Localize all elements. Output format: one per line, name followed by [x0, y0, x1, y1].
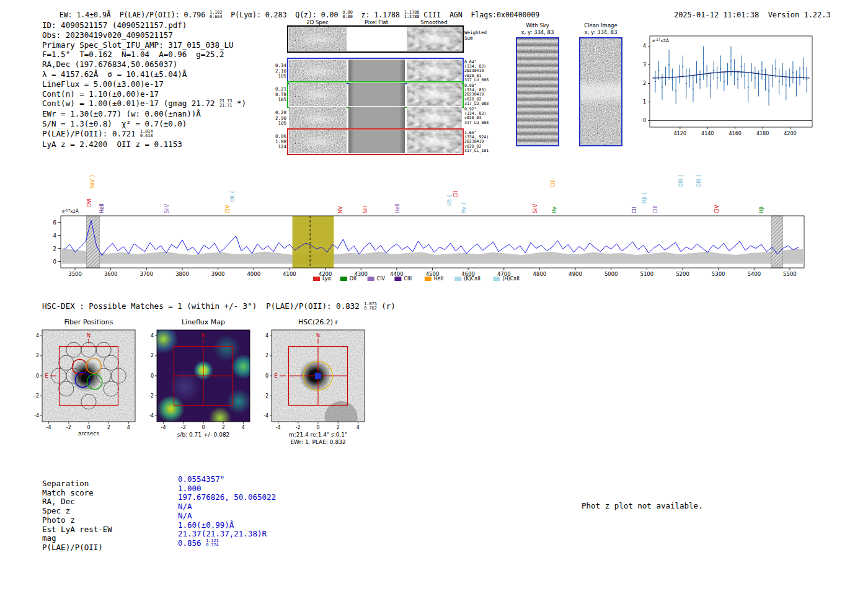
svg-text:(H)CaII: (H)CaII: [502, 276, 519, 282]
emission-line-label: Hγ {: [461, 202, 467, 213]
emission-line-label: Hβ {: [642, 192, 647, 203]
spec2d-row-note: WeightedSum: [464, 30, 487, 41]
svg-text:0: 0: [151, 373, 154, 379]
match-field-label: Match score: [42, 489, 112, 498]
pixelflat-cell: [348, 27, 405, 51]
svg-text:3800: 3800: [175, 271, 189, 277]
svg-text:0: 0: [265, 373, 268, 379]
clean-image-xy: x, y: 334, 83: [585, 29, 618, 35]
emission-line-label: CIV: [714, 205, 720, 213]
source-blob: [272, 330, 365, 422]
col-header-2dspec: 2D Spec: [306, 19, 328, 25]
match-field-label: mag: [42, 534, 112, 543]
info-line: ID: 4090521157 (4090521157.pdf): [42, 20, 246, 30]
spec2d-row-note: 0.90"(334, 83)20230419v020_02317_LU_008: [464, 84, 489, 106]
svg-text:3700: 3700: [140, 271, 154, 277]
svg-text:-2: -2: [296, 425, 301, 430]
svg-text:4120: 4120: [674, 131, 686, 136]
lineflux-map-title: Lineflux Map: [182, 318, 225, 326]
match-table-labels: SeparationMatch scoreRA, DecSpec zPhoto …: [42, 479, 112, 553]
plae-poii-stat: P(LAE)/P(OII): 0.796: [120, 11, 210, 19]
svg-text:0: 0: [36, 373, 39, 379]
svg-text:3: 3: [643, 62, 646, 68]
emission-line-labels: SiIV }OVIHeIISiIVCIVOII {NVSiIIHeIICIIHδ…: [87, 174, 764, 213]
info-text: LyA z = 2.4200 OII z = 0.1153: [42, 140, 182, 149]
spec2d-cell: [289, 27, 347, 51]
detection-info-block: ID: 4090521157 (4090521157.pdf)Obs: 2023…: [42, 20, 246, 149]
emission-blob: [407, 60, 462, 82]
svg-text:-4: -4: [276, 425, 281, 430]
svg-text:2: 2: [643, 81, 646, 86]
svg-text:5200: 5200: [676, 271, 689, 277]
spec2d-cell: [289, 107, 347, 130]
emission-line-label: HeII: [99, 203, 105, 213]
clean-image-title: Clean Image: [584, 22, 617, 29]
spec2d-cell: [289, 130, 347, 153]
emission-blob: [407, 83, 462, 106]
info-text: P(LAE)/P(OII): 0.721: [42, 129, 140, 138]
match-field-label: Est LyA rest-EW: [42, 525, 112, 535]
emission-line-label: NV: [338, 206, 343, 213]
z-lo: 1.1788: [404, 15, 420, 19]
hsc-image: [272, 330, 365, 422]
emission-line-label: Hβ: [759, 207, 764, 213]
svg-text:-4: -4: [149, 413, 154, 419]
svg-text:4800: 4800: [533, 271, 547, 277]
info-line: LyA z = 2.4200 OII z = 0.1153: [42, 140, 246, 149]
emission-line-label: CII: [632, 207, 637, 213]
svg-text:2: 2: [337, 425, 340, 430]
svg-text:0: 0: [87, 425, 90, 430]
svg-text:2: 2: [222, 425, 225, 430]
info-line: S/N = 1.3(±0.8) χ² = 0.7(±0.0): [42, 119, 246, 129]
smoothed-cell: [407, 130, 462, 153]
svg-text:3900: 3900: [211, 271, 225, 277]
svg-text:5400: 5400: [747, 271, 761, 277]
spec2d-row-stats: 0.202.90105: [270, 110, 286, 127]
emission-blob: [289, 60, 347, 82]
plae-lo: 0.664: [210, 15, 222, 19]
classification-flags: CIII AGN Flags:0x00400009: [419, 11, 539, 19]
svg-text:4: 4: [242, 425, 245, 430]
emission-line-label: CII: [453, 191, 459, 197]
info-text: *): [232, 99, 246, 108]
svg-text:4: 4: [356, 425, 360, 430]
spectrum-legend: LyαOIICIVCIIIHeII(K)CaII(H)CaII: [313, 276, 520, 282]
svg-text:3600: 3600: [104, 271, 118, 277]
emission-blob: [289, 27, 347, 51]
hsc-match-text: HSC-DEX : Possible Matches = 1 (within +…: [42, 301, 364, 311]
lineflux-caption: s/b: 0.71 +/- 0.082: [177, 432, 230, 438]
plya-stat: P(Lyα): 0.283: [223, 11, 296, 19]
hsc-match-line: HSC-DEX : Possible Matches = 1 (within +…: [42, 301, 396, 312]
svg-text:0: 0: [53, 259, 56, 265]
smoothed-cell: [407, 107, 462, 130]
svg-text:-2: -2: [149, 393, 154, 399]
info-text: ID: 4090521157 (4090521157.pdf): [42, 20, 187, 30]
svg-text:4200: 4200: [784, 131, 796, 136]
svg-text:4: 4: [643, 43, 646, 49]
qz-stat: Q(z): 0.00: [295, 11, 342, 19]
with-sky-panel: [516, 37, 559, 146]
svg-text:4180: 4180: [756, 131, 769, 136]
match-field-value: N/A: [178, 512, 276, 521]
info-line: P(LAE)/P(OII): 0.721 1.0140.618: [42, 129, 246, 140]
svg-text:4: 4: [265, 333, 268, 339]
emission-line-label: SiIV }: [90, 174, 95, 189]
info-line: λ = 4157.62Å σ = 10.41(±5.04)Å: [42, 69, 246, 79]
svg-text:CIII: CIII: [404, 276, 412, 282]
info-line: Cont(w) = 1.00(±0.01)e-17 (gmag 21.72 21…: [42, 99, 246, 109]
svg-text:5100: 5100: [640, 271, 654, 277]
match-field-value: 21.37(21.37,21.38)R: [178, 530, 276, 539]
emission-line-label: OIII {: [678, 174, 684, 187]
svg-text:2: 2: [265, 353, 268, 358]
emission-blob: [289, 83, 347, 106]
svg-text:2: 2: [107, 425, 110, 430]
emission-blob: [289, 107, 347, 130]
z-uncertainty: 1.17881.1788: [404, 11, 420, 19]
info-text: RA,Dec (197.676834,50.065037): [42, 60, 177, 69]
elixer-report-page: EW: 1.4±0.9Å P(LAE)/P(OII): 0.796 1.1820…: [0, 0, 868, 591]
qz-uncertainty: 0.000.00: [342, 11, 352, 19]
emission-line-label: Hδ {: [447, 194, 453, 206]
info-line: Primary Spec_Slot_IFU_AMP: 317_015_038_L…: [42, 40, 246, 50]
qz-lo: 0.00: [342, 15, 352, 19]
with-sky-xy: x, y: 334, 83: [521, 29, 554, 35]
